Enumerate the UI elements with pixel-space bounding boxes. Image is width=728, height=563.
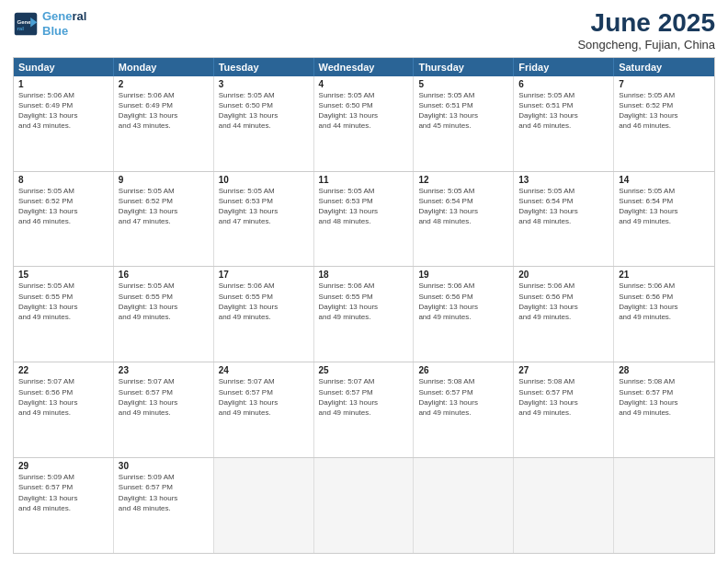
day-cell-20: 20Sunrise: 5:06 AM Sunset: 6:56 PM Dayli… — [514, 267, 614, 362]
calendar-week-5: 29Sunrise: 5:09 AM Sunset: 6:57 PM Dayli… — [14, 457, 714, 553]
day-number: 21 — [619, 270, 710, 280]
day-header-wednesday: Wednesday — [314, 58, 415, 76]
title-block: June 2025 Songcheng, Fujian, China — [577, 9, 715, 52]
day-number: 24 — [219, 365, 309, 375]
day-number: 18 — [319, 270, 409, 280]
logo-text: GeneralBlue — [42, 9, 86, 38]
day-number: 3 — [219, 79, 309, 89]
day-cell-15: 15Sunrise: 5:05 AM Sunset: 6:55 PM Dayli… — [14, 267, 114, 362]
day-info: Sunrise: 5:07 AM Sunset: 6:57 PM Dayligh… — [119, 376, 209, 418]
day-number: 30 — [119, 461, 209, 471]
day-info: Sunrise: 5:05 AM Sunset: 6:50 PM Dayligh… — [219, 90, 309, 132]
day-number: 12 — [418, 175, 508, 185]
day-cell-9: 9Sunrise: 5:05 AM Sunset: 6:52 PM Daylig… — [114, 172, 214, 267]
day-info: Sunrise: 5:05 AM Sunset: 6:53 PM Dayligh… — [219, 186, 309, 227]
day-info: Sunrise: 5:06 AM Sunset: 6:56 PM Dayligh… — [418, 281, 508, 322]
day-info: Sunrise: 5:06 AM Sunset: 6:49 PM Dayligh… — [119, 90, 209, 132]
day-cell-18: 18Sunrise: 5:06 AM Sunset: 6:55 PM Dayli… — [314, 267, 415, 362]
day-number: 9 — [119, 175, 209, 185]
empty-cell — [614, 458, 714, 553]
day-number: 2 — [119, 79, 209, 89]
day-cell-7: 7Sunrise: 5:05 AM Sunset: 6:52 PM Daylig… — [614, 76, 714, 171]
calendar-header: SundayMondayTuesdayWednesdayThursdayFrid… — [14, 58, 714, 76]
day-info: Sunrise: 5:05 AM Sunset: 6:54 PM Dayligh… — [518, 186, 609, 227]
day-cell-24: 24Sunrise: 5:07 AM Sunset: 6:57 PM Dayli… — [214, 362, 314, 457]
day-number: 5 — [418, 79, 508, 89]
day-cell-11: 11Sunrise: 5:05 AM Sunset: 6:53 PM Dayli… — [314, 172, 415, 267]
month-title: June 2025 — [577, 9, 715, 38]
calendar-week-1: 1Sunrise: 5:06 AM Sunset: 6:49 PM Daylig… — [14, 76, 714, 171]
day-cell-13: 13Sunrise: 5:05 AM Sunset: 6:54 PM Dayli… — [514, 172, 614, 267]
day-info: Sunrise: 5:09 AM Sunset: 6:57 PM Dayligh… — [119, 472, 209, 513]
day-info: Sunrise: 5:07 AM Sunset: 6:57 PM Dayligh… — [319, 376, 409, 418]
empty-cell — [314, 458, 415, 553]
day-number: 27 — [518, 365, 609, 375]
day-info: Sunrise: 5:05 AM Sunset: 6:50 PM Dayligh… — [319, 90, 409, 132]
day-info: Sunrise: 5:05 AM Sunset: 6:52 PM Dayligh… — [18, 186, 108, 227]
day-cell-28: 28Sunrise: 5:08 AM Sunset: 6:57 PM Dayli… — [614, 362, 714, 457]
empty-cell — [414, 458, 514, 553]
day-cell-17: 17Sunrise: 5:06 AM Sunset: 6:55 PM Dayli… — [214, 267, 314, 362]
day-number: 19 — [418, 270, 508, 280]
day-cell-4: 4Sunrise: 5:05 AM Sunset: 6:50 PM Daylig… — [314, 76, 415, 171]
day-header-tuesday: Tuesday — [214, 58, 314, 76]
svg-text:ral: ral — [17, 25, 24, 31]
day-info: Sunrise: 5:06 AM Sunset: 6:56 PM Dayligh… — [619, 281, 710, 322]
day-cell-27: 27Sunrise: 5:08 AM Sunset: 6:57 PM Dayli… — [514, 362, 614, 457]
day-info: Sunrise: 5:05 AM Sunset: 6:55 PM Dayligh… — [18, 281, 108, 322]
day-info: Sunrise: 5:05 AM Sunset: 6:55 PM Dayligh… — [119, 281, 209, 322]
day-cell-3: 3Sunrise: 5:05 AM Sunset: 6:50 PM Daylig… — [214, 76, 314, 171]
day-cell-14: 14Sunrise: 5:05 AM Sunset: 6:54 PM Dayli… — [614, 172, 714, 267]
day-number: 22 — [18, 365, 108, 375]
day-number: 17 — [219, 270, 309, 280]
day-info: Sunrise: 5:05 AM Sunset: 6:51 PM Dayligh… — [418, 90, 508, 132]
day-number: 4 — [319, 79, 409, 89]
day-info: Sunrise: 5:07 AM Sunset: 6:56 PM Dayligh… — [18, 376, 108, 418]
svg-text:Gene: Gene — [17, 18, 31, 25]
day-cell-23: 23Sunrise: 5:07 AM Sunset: 6:57 PM Dayli… — [114, 362, 214, 457]
calendar-week-3: 15Sunrise: 5:05 AM Sunset: 6:55 PM Dayli… — [14, 266, 714, 362]
page-header: Gene ral GeneralBlue June 2025 Songcheng… — [13, 9, 715, 52]
day-header-monday: Monday — [114, 58, 214, 76]
day-number: 13 — [518, 175, 609, 185]
day-header-thursday: Thursday — [414, 58, 514, 76]
day-info: Sunrise: 5:06 AM Sunset: 6:56 PM Dayligh… — [518, 281, 609, 322]
day-info: Sunrise: 5:06 AM Sunset: 6:55 PM Dayligh… — [219, 281, 309, 322]
day-number: 1 — [18, 79, 108, 89]
day-cell-10: 10Sunrise: 5:05 AM Sunset: 6:53 PM Dayli… — [214, 172, 314, 267]
day-cell-26: 26Sunrise: 5:08 AM Sunset: 6:57 PM Dayli… — [414, 362, 514, 457]
day-info: Sunrise: 5:06 AM Sunset: 6:49 PM Dayligh… — [18, 90, 108, 132]
day-cell-29: 29Sunrise: 5:09 AM Sunset: 6:57 PM Dayli… — [14, 458, 114, 553]
day-number: 20 — [518, 270, 609, 280]
day-number: 15 — [18, 270, 108, 280]
day-cell-19: 19Sunrise: 5:06 AM Sunset: 6:56 PM Dayli… — [414, 267, 514, 362]
day-info: Sunrise: 5:05 AM Sunset: 6:51 PM Dayligh… — [518, 90, 609, 132]
day-cell-16: 16Sunrise: 5:05 AM Sunset: 6:55 PM Dayli… — [114, 267, 214, 362]
day-cell-25: 25Sunrise: 5:07 AM Sunset: 6:57 PM Dayli… — [314, 362, 415, 457]
day-cell-30: 30Sunrise: 5:09 AM Sunset: 6:57 PM Dayli… — [114, 458, 214, 553]
calendar-week-4: 22Sunrise: 5:07 AM Sunset: 6:56 PM Dayli… — [14, 362, 714, 457]
day-info: Sunrise: 5:05 AM Sunset: 6:53 PM Dayligh… — [319, 186, 409, 227]
day-number: 6 — [518, 79, 609, 89]
day-cell-6: 6Sunrise: 5:05 AM Sunset: 6:51 PM Daylig… — [514, 76, 614, 171]
day-cell-21: 21Sunrise: 5:06 AM Sunset: 6:56 PM Dayli… — [614, 267, 714, 362]
location: Songcheng, Fujian, China — [577, 38, 715, 52]
day-cell-22: 22Sunrise: 5:07 AM Sunset: 6:56 PM Dayli… — [14, 362, 114, 457]
calendar-week-2: 8Sunrise: 5:05 AM Sunset: 6:52 PM Daylig… — [14, 171, 714, 267]
day-number: 16 — [119, 270, 209, 280]
day-cell-12: 12Sunrise: 5:05 AM Sunset: 6:54 PM Dayli… — [414, 172, 514, 267]
day-info: Sunrise: 5:07 AM Sunset: 6:57 PM Dayligh… — [219, 376, 309, 418]
day-cell-1: 1Sunrise: 5:06 AM Sunset: 6:49 PM Daylig… — [14, 76, 114, 171]
day-number: 29 — [18, 461, 108, 471]
day-info: Sunrise: 5:05 AM Sunset: 6:52 PM Dayligh… — [619, 90, 710, 132]
day-info: Sunrise: 5:05 AM Sunset: 6:54 PM Dayligh… — [418, 186, 508, 227]
day-info: Sunrise: 5:08 AM Sunset: 6:57 PM Dayligh… — [418, 376, 508, 418]
empty-cell — [514, 458, 614, 553]
day-number: 28 — [619, 365, 710, 375]
day-info: Sunrise: 5:08 AM Sunset: 6:57 PM Dayligh… — [619, 376, 710, 418]
day-number: 25 — [319, 365, 409, 375]
day-info: Sunrise: 5:05 AM Sunset: 6:54 PM Dayligh… — [619, 186, 710, 227]
day-number: 26 — [418, 365, 508, 375]
calendar-body: 1Sunrise: 5:06 AM Sunset: 6:49 PM Daylig… — [14, 76, 714, 553]
day-cell-8: 8Sunrise: 5:05 AM Sunset: 6:52 PM Daylig… — [14, 172, 114, 267]
